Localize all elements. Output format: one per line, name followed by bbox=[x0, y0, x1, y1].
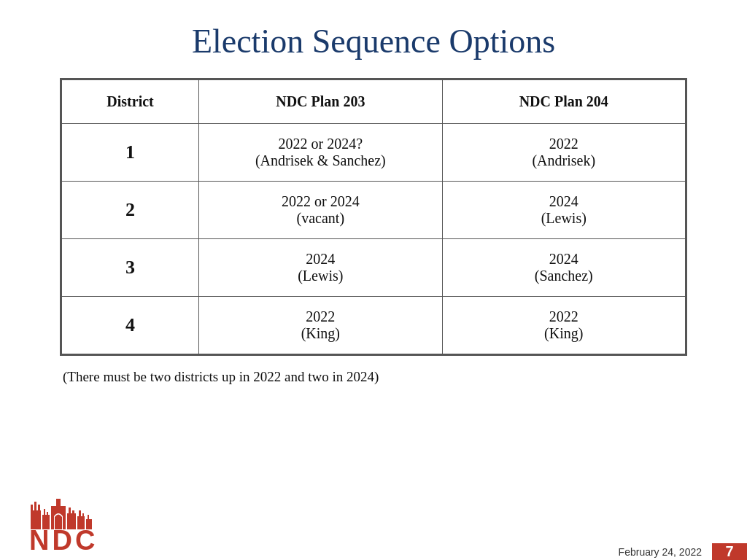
plan204-line2: (Lewis) bbox=[541, 210, 587, 226]
table-row: 42022(King)2022(King) bbox=[62, 297, 686, 354]
svg-rect-6 bbox=[47, 512, 48, 515]
cell-plan204-4: 2022(King) bbox=[442, 297, 685, 354]
cell-district-3: 3 bbox=[62, 239, 199, 297]
cell-district-1: 1 bbox=[62, 124, 199, 182]
plan204-line1: 2022 bbox=[549, 308, 578, 324]
plan204-line1: 2024 bbox=[549, 193, 578, 209]
cell-plan203-3: 2024(Lewis) bbox=[199, 239, 442, 297]
plan204-line1: 2022 bbox=[549, 136, 578, 152]
district-number: 1 bbox=[125, 141, 135, 163]
ndc-building-icon bbox=[29, 494, 109, 529]
table-row: 32024(Lewis)2024(Sanchez) bbox=[62, 239, 686, 297]
table-row: 22022 or 2024(vacant)2024(Lewis) bbox=[62, 182, 686, 239]
district-number: 4 bbox=[125, 314, 135, 335]
table-row: 12022 or 2024?(Andrisek & Sanchez)2022(A… bbox=[62, 124, 686, 182]
plan204-line2: (Andrisek) bbox=[532, 152, 595, 168]
svg-rect-3 bbox=[38, 505, 40, 510]
plan203-line1: 2022 or 2024 bbox=[282, 193, 360, 209]
cell-district-4: 4 bbox=[62, 297, 199, 354]
cell-plan204-2: 2024(Lewis) bbox=[442, 182, 685, 239]
header-plan204: NDC Plan 204 bbox=[442, 80, 685, 124]
header-plan203: NDC Plan 203 bbox=[199, 80, 442, 124]
cell-plan203-4: 2022(King) bbox=[199, 297, 442, 354]
date-label: February 24, 2022 bbox=[619, 543, 712, 560]
svg-rect-2 bbox=[34, 502, 36, 510]
svg-rect-11 bbox=[72, 510, 74, 513]
plan204-line2: (King) bbox=[544, 325, 583, 341]
svg-rect-8 bbox=[56, 499, 61, 506]
cell-district-2: 2 bbox=[62, 182, 199, 239]
plan203-line1: 2022 or 2024? bbox=[279, 136, 363, 152]
election-table: District NDC Plan 203 NDC Plan 204 12022… bbox=[61, 79, 686, 354]
cell-plan203-1: 2022 or 2024?(Andrisek & Sanchez) bbox=[199, 124, 442, 182]
plan203-line2: (King) bbox=[301, 325, 340, 341]
ndc-brand-text: NDC bbox=[29, 526, 98, 554]
page-title: Election Sequence Options bbox=[192, 22, 555, 61]
bottom-right: February 24, 2022 7 bbox=[619, 543, 747, 560]
plan203-line2: (vacant) bbox=[297, 210, 345, 226]
page: Election Sequence Options District NDC P… bbox=[0, 0, 747, 560]
svg-rect-13 bbox=[79, 510, 81, 516]
page-number: 7 bbox=[712, 543, 747, 560]
footnote: (There must be two districts up in 2022 … bbox=[60, 369, 687, 385]
main-table-container: District NDC Plan 203 NDC Plan 204 12022… bbox=[60, 78, 687, 356]
table-header-row: District NDC Plan 203 NDC Plan 204 bbox=[62, 80, 686, 124]
cell-plan203-2: 2022 or 2024(vacant) bbox=[199, 182, 442, 239]
plan203-line1: 2024 bbox=[306, 251, 335, 267]
plan203-line2: (Andrisek & Sanchez) bbox=[255, 152, 386, 168]
plan204-line1: 2024 bbox=[549, 251, 578, 267]
plan203-line2: (Lewis) bbox=[298, 268, 343, 284]
plan204-line2: (Sanchez) bbox=[535, 268, 593, 284]
svg-rect-5 bbox=[44, 509, 45, 515]
cell-plan204-3: 2024(Sanchez) bbox=[442, 239, 685, 297]
svg-rect-10 bbox=[69, 508, 71, 513]
svg-rect-14 bbox=[82, 513, 84, 516]
bottom-bar: NDC February 24, 2022 7 bbox=[0, 494, 747, 560]
district-number: 3 bbox=[125, 257, 135, 278]
header-district: District bbox=[62, 80, 199, 124]
cell-plan204-1: 2022(Andrisek) bbox=[442, 124, 685, 182]
svg-rect-16 bbox=[88, 515, 89, 519]
ndc-logo: NDC bbox=[29, 494, 109, 560]
plan203-line1: 2022 bbox=[306, 308, 335, 324]
svg-rect-1 bbox=[31, 505, 33, 510]
district-number: 2 bbox=[125, 199, 135, 220]
